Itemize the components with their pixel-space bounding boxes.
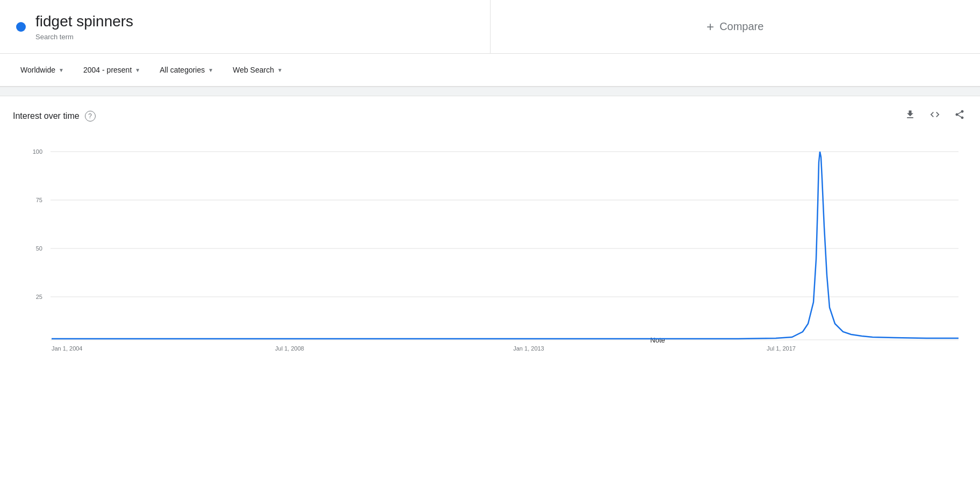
category-filter[interactable]: All categories ▼ bbox=[152, 61, 221, 79]
svg-text:Jul 1, 2008: Jul 1, 2008 bbox=[275, 345, 304, 352]
location-filter[interactable]: Worldwide ▼ bbox=[13, 61, 71, 79]
share-button[interactable] bbox=[952, 107, 967, 125]
location-chevron-icon: ▼ bbox=[59, 67, 64, 73]
svg-text:Jan 1, 2004: Jan 1, 2004 bbox=[52, 345, 83, 352]
help-icon[interactable]: ? bbox=[85, 111, 96, 122]
compare-label: Compare bbox=[719, 20, 763, 33]
search-type-chevron-icon: ▼ bbox=[277, 67, 283, 73]
category-chevron-icon: ▼ bbox=[208, 67, 213, 73]
time-range-filter[interactable]: 2004 - present ▼ bbox=[76, 61, 148, 79]
search-term-bar: fidget spinners Search term + Compare bbox=[0, 0, 980, 54]
embed-button[interactable] bbox=[927, 107, 942, 125]
blue-dot bbox=[16, 22, 26, 32]
svg-text:100: 100 bbox=[33, 148, 42, 155]
svg-text:50: 50 bbox=[36, 245, 42, 252]
download-button[interactable] bbox=[903, 107, 918, 125]
plus-icon: + bbox=[707, 19, 714, 34]
svg-text:Note: Note bbox=[650, 336, 665, 344]
time-range-label: 2004 - present bbox=[83, 66, 132, 74]
category-label: All categories bbox=[160, 66, 205, 74]
chart-title-area: Interest over time ? bbox=[13, 111, 96, 122]
search-term-left: fidget spinners Search term bbox=[0, 0, 491, 53]
chart-title: Interest over time bbox=[13, 111, 80, 121]
search-term-subtype: Search term bbox=[35, 33, 133, 41]
gray-separator bbox=[0, 87, 980, 96]
search-type-filter[interactable]: Web Search ▼ bbox=[225, 61, 290, 79]
search-type-label: Web Search bbox=[233, 66, 274, 74]
chart-container: 100 75 50 25 Jan 1, 2004 Jul 1, 2008 Jan… bbox=[13, 130, 967, 356]
filters-bar: Worldwide ▼ 2004 - present ▼ All categor… bbox=[0, 54, 980, 87]
svg-text:25: 25 bbox=[36, 294, 42, 300]
compare-area: + Compare bbox=[491, 0, 981, 53]
trend-chart: 100 75 50 25 Jan 1, 2004 Jul 1, 2008 Jan… bbox=[13, 130, 967, 356]
svg-text:Jul 1, 2017: Jul 1, 2017 bbox=[767, 345, 796, 352]
svg-text:75: 75 bbox=[36, 197, 42, 203]
svg-text:Jan 1, 2013: Jan 1, 2013 bbox=[513, 345, 544, 352]
chart-header: Interest over time ? bbox=[13, 107, 967, 125]
search-term-text: fidget spinners Search term bbox=[35, 12, 133, 41]
search-term-title: fidget spinners bbox=[35, 12, 133, 31]
location-label: Worldwide bbox=[20, 66, 55, 74]
chart-actions bbox=[903, 107, 967, 125]
chart-section: Interest over time ? bbox=[0, 96, 980, 361]
compare-button[interactable]: + Compare bbox=[696, 14, 774, 40]
time-range-chevron-icon: ▼ bbox=[135, 67, 140, 73]
